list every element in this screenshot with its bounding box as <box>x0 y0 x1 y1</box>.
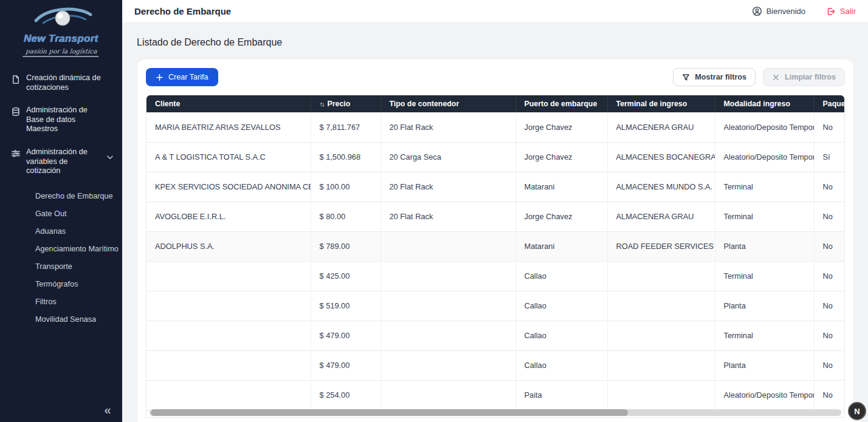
table-cell: No <box>814 321 845 350</box>
sidebar-subitem-transporte[interactable]: Transporte <box>35 258 122 276</box>
table-cell: ALMACENERA GRAU <box>607 202 715 231</box>
clear-filters-button[interactable]: Limpiar filtros <box>763 68 845 86</box>
list-card: Crear Tarifa Mostrar filtros Limpiar fil… <box>137 60 853 422</box>
floating-n-button[interactable]: N <box>848 402 866 420</box>
table-cell <box>146 291 311 321</box>
table-cell: $ 80.00 <box>311 202 381 231</box>
table-cell <box>381 261 515 291</box>
table-row[interactable]: AVOGLOBE E.I.R.L.$ 80.0020 Flat RackJorg… <box>146 202 845 231</box>
database-icon <box>11 107 21 117</box>
sidebar-subitem-termografos[interactable]: Termógrafos <box>35 276 122 293</box>
table-cell: 20 Carga Seca <box>381 142 515 172</box>
table-cell: $ 7,811.767 <box>311 112 381 142</box>
show-filters-label: Mostrar filtros <box>695 73 746 81</box>
logo-tagline: pasión por la logística <box>22 47 100 57</box>
document-icon <box>11 75 21 84</box>
horizontal-scrollbar-track[interactable] <box>150 409 841 416</box>
table-cell: $ 479.00 <box>311 321 381 350</box>
sidebar-item-label: Administración de variables de cotizació… <box>26 148 94 176</box>
create-tarifa-button[interactable]: Crear Tarifa <box>146 68 218 86</box>
sliders-icon <box>11 149 21 158</box>
table-cell: A & T LOGISTICA TOTAL S.A.C <box>146 142 311 172</box>
column-header-paquete[interactable]: Paquete <box>814 95 845 112</box>
logo-title: New Transport <box>6 33 116 45</box>
table-cell: No <box>814 172 845 202</box>
table-cell <box>146 350 311 380</box>
close-icon <box>772 73 780 81</box>
table-row[interactable]: MARIA BEATRIZ ARIAS ZEVALLOS$ 7,811.7672… <box>146 112 845 142</box>
page-heading: Listado de Derecho de Embarque <box>137 37 868 48</box>
table-row[interactable]: $ 425.00CallaoTerminalNo <box>146 261 845 291</box>
column-header-puerto-de-embarque[interactable]: Puerto de embarque <box>515 95 607 112</box>
table-body: MARIA BEATRIZ ARIAS ZEVALLOS$ 7,811.7672… <box>146 112 845 410</box>
table-cell <box>607 321 715 350</box>
table-cell: Terminal <box>715 261 814 291</box>
sidebar-subitem-aduanas[interactable]: Aduanas <box>35 223 122 240</box>
topbar: Derecho de Embarque Bienvenido Salir <box>122 0 868 23</box>
table-cell <box>607 380 715 410</box>
table-cell: Callao <box>515 261 607 291</box>
table-row[interactable]: $ 479.00CallaoTerminalNo <box>146 321 845 350</box>
sidebar-item-label: Administración de Base de datos Maestros <box>26 106 106 134</box>
sidebar: New Transport pasión por la logística Cr… <box>0 0 122 422</box>
column-header-tipo-de-contenedor[interactable]: Tipo de contenedor <box>381 95 515 112</box>
table-cell: ROAD FEEDER SERVICES S.A.C <box>607 231 715 261</box>
sidebar-subitem-filtros[interactable]: Filtros <box>35 293 122 311</box>
table-cell <box>607 261 715 291</box>
table-cell <box>607 291 715 321</box>
table-cell: No <box>814 202 845 231</box>
table-row[interactable]: A & T LOGISTICA TOTAL S.A.C$ 1,500.96820… <box>146 142 845 172</box>
show-filters-button[interactable]: Mostrar filtros <box>673 68 756 86</box>
plus-icon <box>156 73 164 81</box>
sidebar-item-admin-variables[interactable]: Administración de variables de cotizació… <box>11 141 122 183</box>
table-cell: MARIA BEATRIZ ARIAS ZEVALLOS <box>146 112 311 142</box>
tarifas-table: Cliente↑↓PrecioTipo de contenedorPuerto … <box>146 95 845 410</box>
table-cell: $ 1,500.968 <box>311 142 381 172</box>
table-cell: ALMACENES BOCANEGRA S A. <box>607 142 715 172</box>
table-cell: 20 Flat Rack <box>381 172 515 202</box>
column-header-precio[interactable]: ↑↓Precio <box>311 95 381 112</box>
welcome-menu[interactable]: Bienvenido <box>752 6 805 16</box>
sidebar-item-admin-base-datos[interactable]: Administración de Base de datos Maestros <box>11 99 122 141</box>
logout-icon <box>826 7 836 16</box>
table-cell: Jorge Chavez <box>515 142 607 172</box>
sidebar-subitem-agenciamiento-maritimo[interactable]: Agenciamiento Marítimo <box>35 240 122 258</box>
horizontal-scrollbar-thumb[interactable] <box>151 409 628 416</box>
sidebar-item-label: Creación dinámica de cotizaciones <box>26 73 106 92</box>
sidebar-subitem-derecho-de-embarque[interactable]: Derecho de Embarque <box>35 188 122 205</box>
page-title: Derecho de Embarque <box>134 6 231 16</box>
table-row[interactable]: $ 519.00CallaoPlantaNo <box>146 291 845 321</box>
sidebar-submenu: Derecho de EmbarqueGate OutAduanasAgenci… <box>11 183 122 328</box>
table-row[interactable]: $ 479.00CallaoPlantaNo <box>146 350 845 380</box>
table-cell <box>146 261 311 291</box>
table-cell: No <box>814 291 845 321</box>
table-cell: Paita <box>515 380 607 410</box>
table-cell: ADOLPHUS S.A. <box>146 231 311 261</box>
sidebar-subitem-gate-out[interactable]: Gate Out <box>35 205 122 223</box>
column-header-cliente[interactable]: Cliente <box>146 95 311 112</box>
table-row[interactable]: ADOLPHUS S.A.$ 789.00MataraniROAD FEEDER… <box>146 231 845 261</box>
table-row[interactable]: KPEX SERVICIOS SOCIEDAD ANONIMA CERRADA$… <box>146 172 845 202</box>
logo: New Transport pasión por la logística <box>0 0 122 57</box>
table-cell: No <box>814 380 845 410</box>
column-header-terminal-de-ingreso[interactable]: Terminal de ingreso <box>607 95 715 112</box>
sidebar-collapse-button[interactable]: « <box>0 404 122 416</box>
column-header-modalidad-ingreso[interactable]: Modalidad ingreso <box>715 95 814 112</box>
sort-arrows-icon: ↑↓ <box>320 100 324 107</box>
table-cell: Aleatorio/Deposito Temporal <box>715 380 814 410</box>
chevron-down-icon[interactable] <box>105 152 115 162</box>
logo-eye-icon <box>25 5 98 34</box>
table-cell: Planta <box>715 350 814 380</box>
table-cell: No <box>814 112 845 142</box>
table-cell: $ 425.00 <box>311 261 381 291</box>
table-cell: Aleatorio/Deposito Temporal <box>715 112 814 142</box>
logout-label: Salir <box>840 7 856 16</box>
table-scroll-container[interactable]: Cliente↑↓PrecioTipo de contenedorPuerto … <box>146 95 845 418</box>
logout-button[interactable]: Salir <box>826 7 856 16</box>
sidebar-item-creacion-dinamica[interactable]: Creación dinámica de cotizaciones <box>11 67 122 99</box>
table-cell <box>381 321 515 350</box>
table-row[interactable]: $ 254.00PaitaAleatorio/Deposito Temporal… <box>146 380 845 410</box>
table-cell: 20 Flat Rack <box>381 202 515 231</box>
toolbar: Crear Tarifa Mostrar filtros Limpiar fil… <box>146 68 845 86</box>
sidebar-subitem-movilidad-senasa[interactable]: Movilidad Senasa <box>35 311 122 328</box>
